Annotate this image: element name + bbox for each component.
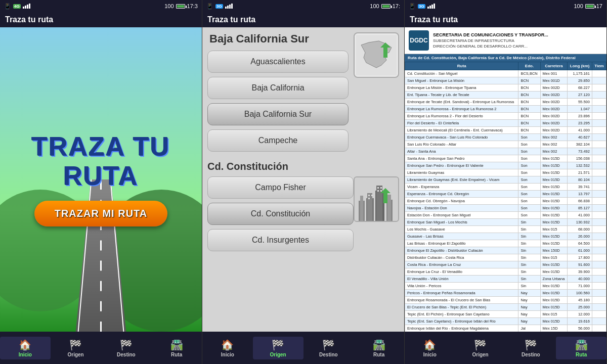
table-cell (592, 106, 606, 113)
table-cell: Son (518, 134, 540, 141)
table-cell: 68.000 (568, 226, 592, 233)
city-item-campo-fisher[interactable]: Campo Fisher (207, 176, 354, 199)
table-cell: 13.797 (568, 191, 592, 198)
state-item-campeche[interactable]: Campeche (207, 129, 349, 152)
col-edo: Edo. (518, 62, 540, 70)
table-cell (592, 318, 606, 325)
table-cell: 25.000 (568, 304, 592, 311)
table-cell (592, 219, 606, 226)
battery-pct-2: 100 (370, 3, 379, 9)
table-cell: 66.838 (568, 198, 592, 205)
state-item-baja-california[interactable]: Baja California (207, 77, 349, 99)
bar2-2 (227, 6, 229, 9)
app-header-2: Traza tu ruta (202, 12, 404, 27)
nav-destino-1[interactable]: 🏁 Destino (101, 337, 152, 359)
main-title: TRAZA TU RUTA (31, 132, 170, 190)
table-cell: Nay (518, 297, 540, 304)
table-cell (592, 84, 606, 92)
status-bar-1: 📱 4G 100 17:3 (0, 0, 202, 12)
table-cell: Mex 015D (540, 162, 568, 169)
table-cell: Nay (518, 290, 540, 297)
table-cell: 1,175.161 (568, 70, 592, 77)
nav-label-origen-1: Origen (68, 352, 84, 357)
status-right-3: 100 17 (574, 3, 602, 9)
table-row: Santa Ana - Entronque San PedroSonMex 01… (405, 155, 606, 162)
table-cell: Mex 002D (540, 120, 568, 127)
table-cell: Mex 015 (540, 311, 568, 318)
nav-origen-2[interactable]: 🏁 Origen (253, 337, 304, 359)
nav-ruta-2[interactable]: 🛣️ Ruta (354, 337, 404, 359)
table-cell: 45.180 (568, 297, 592, 304)
table-row: Entronque Ixtlán del Río - Entronque Mag… (405, 325, 606, 332)
nav-destino-3[interactable]: 🏁 Destino (506, 337, 556, 359)
mexico-map-svg (356, 35, 397, 75)
table-cell: 64.500 (568, 240, 592, 247)
app-icon-2: 📱 (206, 3, 213, 10)
network-badge-3: 3G (418, 4, 425, 9)
table-cell: Son (518, 184, 540, 191)
table-row: El Venadillo - Villa UniónSinZona Urbana… (405, 276, 606, 283)
nav-destino-2[interactable]: 🏁 Destino (304, 337, 354, 359)
table-cell: 41.000 (568, 212, 592, 219)
nav-ruta-1[interactable]: 🛣️ Ruta (151, 337, 202, 359)
state-item-aguascalientes[interactable]: Aguascalientes (207, 51, 349, 73)
table-cell: Mex 015D (540, 169, 568, 176)
table-row: Entronque San Pedro - Entronque El Valie… (405, 162, 606, 169)
table-row: Esperanza - Entronque Cd. ObregónSonMex … (405, 191, 606, 198)
table-cell: Sin (518, 247, 540, 254)
title-line2: RUTA (63, 161, 139, 191)
table-row: Libramiento GuaymasSonMex 015D21.571 (405, 169, 606, 176)
table-cell: 19.616 (568, 318, 592, 325)
home-icon-2: 🏠 (221, 339, 234, 351)
bar3-2 (229, 5, 231, 9)
table-cell (592, 113, 606, 120)
table-cell: Flor del Desierto - El Cinteñela (405, 120, 518, 127)
table-cell (592, 77, 606, 84)
table-cell (592, 304, 606, 311)
nav-origen-1[interactable]: 🏁 Origen (51, 337, 101, 359)
table-row: Vicam - EsperanzaSonMex 015D39.741 (405, 184, 606, 191)
dgdc-logo-text: DGDC (410, 37, 427, 44)
network-badge-1: 4G (13, 4, 21, 9)
signal-bars-1 (23, 4, 30, 9)
bar1-3 (427, 7, 429, 9)
table-cell: 132.532 (568, 162, 592, 169)
table-cell: Son (518, 162, 540, 169)
table-cell (592, 92, 606, 99)
table-cell: BCN (518, 120, 540, 127)
status-right-2: 100 17: (370, 3, 400, 9)
trazar-mi-ruta-button[interactable]: TRAZAR MI RUTA (34, 201, 168, 226)
battery-icon-1 (176, 4, 185, 9)
table-cell: 40.000 (568, 276, 592, 283)
table-row: Entronque San Miguel - Los MochisSinMex … (405, 219, 606, 226)
nav-inicio-1[interactable]: 🏠 Inicio (0, 337, 51, 359)
time-1: 17:3 (187, 3, 198, 9)
table-cell: 17.800 (568, 254, 592, 261)
table-cell (592, 184, 606, 191)
table-cell: Mex 015D (540, 297, 568, 304)
nav-inicio-3[interactable]: 🏠 Inicio (405, 337, 455, 359)
city-item-cd-insurgentes[interactable]: Cd. Insurgentes (207, 229, 354, 251)
table-row: Tepic (Ent. San Cayetano) - Entronque Ix… (405, 318, 606, 325)
state-item-baja-california-sur[interactable]: Baja California Sur (207, 103, 349, 125)
dgdc-header: DGDC SECRETARIA DE COMUNICACIONES Y TRAN… (405, 27, 606, 54)
table-cell (592, 268, 606, 276)
road-icon-2: 🛣️ (373, 339, 385, 351)
nav-ruta-3[interactable]: 🛣️ Ruta (556, 337, 606, 359)
svg-rect-19 (371, 195, 373, 196)
status-bar-2: 📱 3G 100 17: (202, 0, 404, 12)
nav-inicio-2[interactable]: 🏠 Inicio (202, 337, 253, 359)
table-row: Entronque Cd. Obregón - NavojoaSonMex 01… (405, 198, 606, 205)
nav-label-ruta-2: Ruta (373, 352, 384, 357)
nav-origen-3[interactable]: 🏁 Origen (455, 337, 506, 359)
time-2: 17: (393, 3, 400, 9)
city-item-cd-constitucion[interactable]: Cd. Constitución (207, 203, 354, 225)
road-icon-1: 🛣️ (170, 339, 183, 351)
table-cell (592, 226, 606, 233)
table-cell: Son (518, 176, 540, 184)
table-cell: BCS,BCN (518, 70, 540, 77)
table-cell: Son (518, 198, 540, 205)
app-header-1: Traza tu ruta (0, 12, 202, 27)
signal-bars-3 (427, 4, 435, 9)
table-row: Entronque de Tecate (Ent. Sandoval) - En… (405, 99, 606, 106)
